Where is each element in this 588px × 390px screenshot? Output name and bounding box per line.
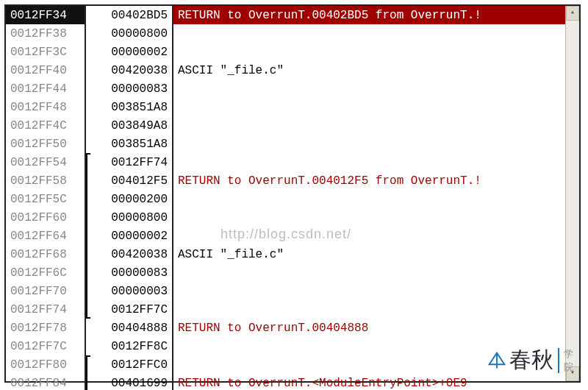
value-text: 00420038 xyxy=(111,64,168,77)
value-text: 0012FF8C xyxy=(111,340,168,353)
stack-row[interactable]: 0012FF5C00000200 xyxy=(6,190,579,208)
frame-bracket xyxy=(86,355,90,374)
stack-row[interactable]: 0012FF4C003849A8 xyxy=(6,116,579,135)
value-cell: 00000002 xyxy=(85,227,173,245)
stack-row[interactable]: 0012FF7000000003 xyxy=(6,282,579,300)
stack-row[interactable]: 0012FF6400000002 xyxy=(6,227,579,245)
return-comment-cell: RETURN to OverrunT.004012F5 from Overrun… xyxy=(173,171,579,190)
comment-cell xyxy=(173,153,579,171)
value-text: 00000002 xyxy=(111,230,168,243)
value-cell: 00000002 xyxy=(85,43,173,61)
value-text: 00000083 xyxy=(111,82,168,96)
address-cell: 0012FF4C xyxy=(6,116,85,135)
stack-row[interactable]: 0012FF540012FF74 xyxy=(6,153,579,171)
address-cell: 0012FF40 xyxy=(6,61,85,79)
comment-cell: ASCII "_file.c" xyxy=(173,61,579,79)
comment-cell xyxy=(173,116,579,135)
value-cell: 00000800 xyxy=(85,208,173,227)
scroll-down-button[interactable]: ▾ xyxy=(566,366,579,381)
comment-cell xyxy=(173,282,579,300)
stack-table: 0012FF3400402BD5RETURN to OverrunT.00402… xyxy=(6,6,579,390)
value-cell: 0012FF74 xyxy=(85,153,173,171)
value-text: 00000002 xyxy=(111,46,168,59)
value-text: 003851A8 xyxy=(111,101,168,114)
value-text: 00000800 xyxy=(111,27,168,40)
address-cell: 0012FF7C xyxy=(6,337,85,355)
address-cell: 0012FF44 xyxy=(6,79,85,98)
stack-row[interactable]: 0012FF6C00000083 xyxy=(6,263,579,282)
stack-row[interactable]: 0012FF48003851A8 xyxy=(6,98,579,116)
value-cell: 00420038 xyxy=(85,245,173,263)
comment-cell: ASCII "_file.c" xyxy=(173,245,579,263)
frame-bracket xyxy=(86,227,90,245)
comment-cell xyxy=(173,300,579,319)
frame-bracket xyxy=(86,300,90,319)
comment-cell xyxy=(173,208,579,227)
value-cell: 0012FF7C xyxy=(85,300,173,319)
frame-bracket xyxy=(86,282,90,300)
address-cell: 0012FF50 xyxy=(6,135,85,153)
stack-row[interactable]: 0012FF3800000800 xyxy=(6,24,579,43)
stack-row[interactable]: 0012FF6800420038ASCII "_file.c" xyxy=(6,245,579,263)
stack-row[interactable]: 0012FF4000420038ASCII "_file.c" xyxy=(6,61,579,79)
frame-bracket xyxy=(86,263,90,282)
value-cell: 00404888 xyxy=(85,319,173,337)
frame-bracket xyxy=(86,245,90,263)
stack-row[interactable]: 0012FF3C00000002 xyxy=(6,43,579,61)
value-text: 00000083 xyxy=(111,266,168,280)
value-cell: 003851A8 xyxy=(85,135,173,153)
comment-cell xyxy=(173,43,579,61)
value-text: 00420038 xyxy=(111,248,168,261)
comment-cell xyxy=(173,135,579,153)
value-text: 003851A8 xyxy=(111,138,168,151)
address-cell: 0012FF84 xyxy=(6,374,85,390)
address-cell: 0012FF5C xyxy=(6,190,85,208)
value-text: 0012FFC0 xyxy=(111,358,168,372)
stack-row[interactable]: 0012FF800012FFC0 xyxy=(6,355,579,374)
value-cell: 004012F5 xyxy=(85,171,173,190)
return-comment-cell: RETURN to OverrunT.<ModuleEntryPoint>+0E… xyxy=(173,374,579,390)
value-cell: 00420038 xyxy=(85,61,173,79)
frame-bracket xyxy=(86,153,90,171)
value-text: 00000003 xyxy=(111,285,168,298)
comment-cell xyxy=(173,263,579,282)
return-comment-cell: RETURN to OverrunT.00402BD5 from Overrun… xyxy=(173,6,579,24)
address-cell: 0012FF70 xyxy=(6,282,85,300)
stack-panel: 0012FF3400402BD5RETURN to OverrunT.00402… xyxy=(4,4,581,383)
frame-bracket xyxy=(86,208,90,227)
comment-cell xyxy=(173,79,579,98)
value-text: 00000200 xyxy=(111,193,168,206)
value-text: 004012F5 xyxy=(111,174,168,188)
stack-row[interactable]: 0012FF7800404888RETURN to OverrunT.00404… xyxy=(6,319,579,337)
stack-row[interactable]: 0012FF58004012F5RETURN to OverrunT.00401… xyxy=(6,171,579,190)
value-cell: 003849A8 xyxy=(85,116,173,135)
frame-bracket xyxy=(86,374,90,390)
address-cell: 0012FF80 xyxy=(6,355,85,374)
address-cell: 0012FF38 xyxy=(6,24,85,43)
value-cell: 00000200 xyxy=(85,190,173,208)
comment-cell xyxy=(173,227,579,245)
stack-row[interactable]: 0012FF8400401699RETURN to OverrunT.<Modu… xyxy=(6,374,579,390)
address-cell: 0012FF54 xyxy=(6,153,85,171)
frame-bracket xyxy=(86,190,90,208)
scroll-up-button[interactable]: ▴ xyxy=(566,6,579,21)
value-cell: 00000083 xyxy=(85,79,173,98)
stack-row[interactable]: 0012FF7C0012FF8C xyxy=(6,337,579,355)
value-text: 00000800 xyxy=(111,211,168,224)
address-cell: 0012FF34 xyxy=(6,6,85,24)
stack-row[interactable]: 0012FF4400000083 xyxy=(6,79,579,98)
address-cell: 0012FF48 xyxy=(6,98,85,116)
comment-cell xyxy=(173,355,579,374)
address-cell: 0012FF6C xyxy=(6,263,85,282)
address-cell: 0012FF74 xyxy=(6,300,85,319)
stack-row[interactable]: 0012FF50003851A8 xyxy=(6,135,579,153)
stack-row[interactable]: 0012FF6000000800 xyxy=(6,208,579,227)
value-text: 00402BD5 xyxy=(111,9,168,22)
value-text: 00404888 xyxy=(111,322,168,335)
vertical-scrollbar[interactable]: ▴ ▾ xyxy=(565,6,579,381)
stack-row[interactable]: 0012FF740012FF7C xyxy=(6,300,579,319)
value-cell: 00401699 xyxy=(85,374,173,390)
value-cell: 00000003 xyxy=(85,282,173,300)
address-cell: 0012FF78 xyxy=(6,319,85,337)
stack-row[interactable]: 0012FF3400402BD5RETURN to OverrunT.00402… xyxy=(6,6,579,24)
